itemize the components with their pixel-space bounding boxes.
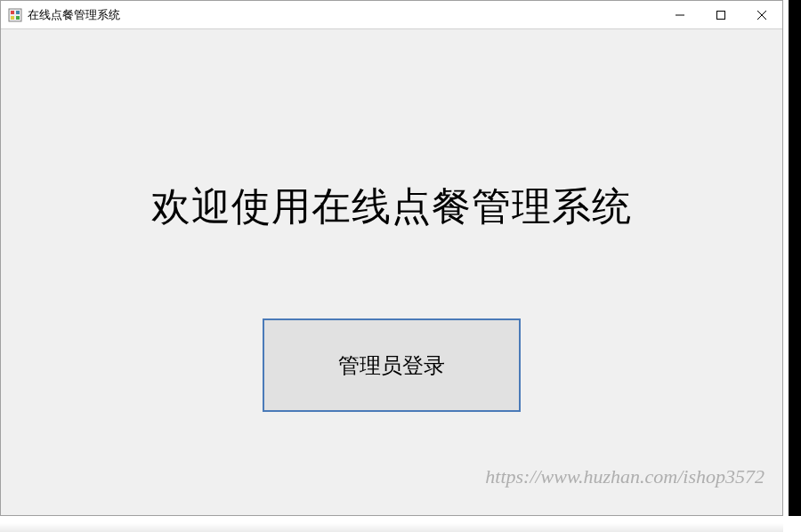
content-area: 欢迎使用在线点餐管理系统 管理员登录 https://www.huzhan.co… [1,29,782,515]
right-black-border [789,0,801,516]
admin-login-label: 管理员登录 [338,351,445,380]
admin-login-button[interactable]: 管理员登录 [263,318,521,412]
minimize-icon [676,11,684,20]
maximize-icon [716,11,725,20]
svg-rect-1 [11,11,14,14]
close-button[interactable] [741,1,782,29]
svg-rect-2 [16,11,20,14]
window-title: 在线点餐管理系统 [28,7,120,23]
bottom-shadow [0,523,783,532]
svg-rect-4 [16,16,20,20]
minimize-button[interactable] [659,1,700,29]
window-controls [659,1,782,29]
close-icon [757,11,766,20]
svg-rect-3 [11,16,14,20]
welcome-heading: 欢迎使用在线点餐管理系统 [1,181,782,233]
titlebar-left: 在线点餐管理系统 [8,7,120,23]
app-window: 在线点餐管理系统 欢迎使用在线点餐管理系统 管 [0,0,783,516]
maximize-button[interactable] [700,1,741,29]
svg-rect-6 [717,11,725,19]
app-icon [8,8,22,22]
watermark-text: https://www.huzhan.com/ishop3572 [485,465,765,488]
titlebar: 在线点餐管理系统 [1,1,782,29]
